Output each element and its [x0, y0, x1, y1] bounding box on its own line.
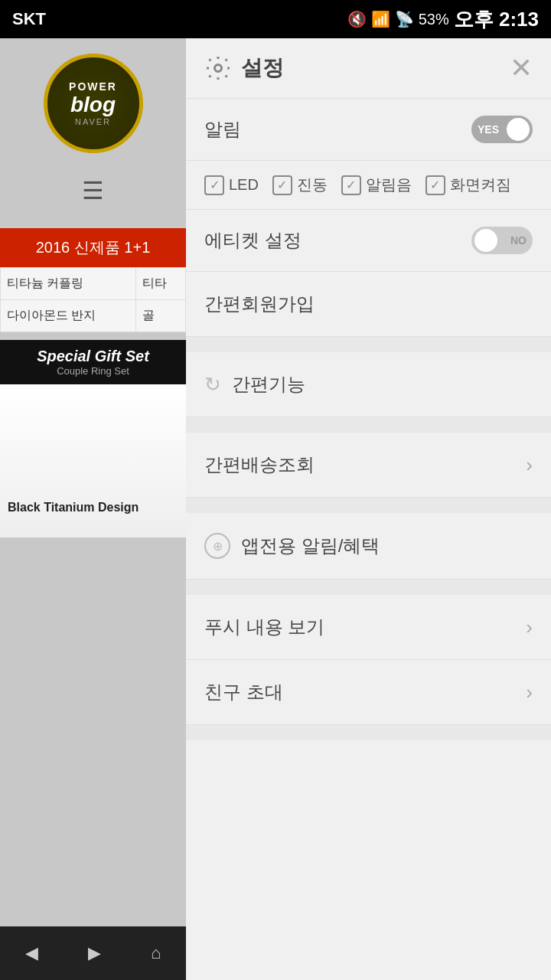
battery-label: 53%: [419, 11, 449, 28]
background-app: POWER blog NAVER ☰ 2016 신제품 1+1 티타늄 커플링 …: [0, 38, 186, 980]
table-cell: 티타: [136, 268, 186, 300]
nav-prev-btn: ◀: [25, 943, 38, 963]
special-title: Special Gift Set: [8, 348, 178, 365]
time-label: 오후 2:13: [454, 6, 539, 33]
delivery-chevron: ›: [526, 453, 533, 477]
product-label: Black Titanium Design: [8, 501, 139, 514]
logo-naver-text: NAVER: [75, 117, 111, 126]
friend-invite-row[interactable]: 친구 초대 ›: [186, 660, 551, 725]
panel-header: 설정 ✕: [186, 38, 551, 99]
push-content-row[interactable]: 푸시 내용 보기 ›: [186, 595, 551, 660]
spacer-4: [186, 580, 551, 595]
friend-invite-left: 친구 초대: [204, 680, 283, 704]
led-checkbox-item: ✓ LED: [204, 175, 259, 195]
vibration-checkbox-item: ✓ 진동: [272, 175, 328, 195]
delivery-row[interactable]: 간편배송조회 ›: [186, 433, 551, 498]
product-image: Black Titanium Design: [0, 384, 186, 537]
alarm-toggle[interactable]: YES: [471, 116, 533, 143]
checkbox-row: ✓ LED ✓ 진동 ✓ 알림음 ✓ 화면켜짐: [186, 161, 551, 210]
quick-function-row[interactable]: ↻ 간편기능: [186, 352, 551, 417]
logo-blog-text: blog: [70, 93, 116, 117]
table-row: 티타늄 커플링 티타: [1, 268, 186, 300]
quick-join-row[interactable]: 간편회원가입: [186, 272, 551, 337]
led-label: LED: [229, 176, 259, 194]
screen-label: 화면켜짐: [450, 175, 511, 195]
screen-checkbox-item: ✓ 화면켜짐: [425, 175, 511, 195]
etiquette-toggle-knob: [474, 229, 497, 252]
settings-panel: 설정 ✕ 알림 YES ✓ LED ✓ 진동 ✓ 알림음 ✓ 화면켜짐 에티켓 …: [186, 38, 551, 980]
target-icon: ⊕: [204, 533, 230, 559]
nav-next-btn: ▶: [88, 943, 101, 963]
etiquette-label: 에티켓 설정: [204, 228, 302, 253]
signal-icon: 📡: [395, 10, 414, 28]
friend-invite-label: 친구 초대: [204, 680, 283, 704]
table-cell: 다이아몬드 반지: [1, 300, 136, 332]
push-content-left: 푸시 내용 보기: [204, 615, 324, 639]
status-icons: 🔇 📶 📡 53% 오후 2:13: [347, 6, 539, 33]
refresh-icon: ↻: [204, 373, 221, 397]
alarm-row: 알림 YES: [186, 99, 551, 161]
special-banner: Special Gift Set Couple Ring Set: [0, 340, 186, 384]
push-content-label: 푸시 내용 보기: [204, 615, 324, 639]
sound-checkbox-icon[interactable]: ✓: [341, 175, 361, 195]
etiquette-toggle-label: NO: [510, 234, 527, 247]
panel-title: 설정: [241, 54, 284, 83]
logo-power-text: POWER: [69, 80, 117, 93]
table-cell: 골: [136, 300, 186, 332]
special-subtitle: Couple Ring Set: [8, 365, 178, 377]
sound-label: 알림음: [366, 175, 412, 195]
sound-checkbox-item: ✓ 알림음: [341, 175, 412, 195]
spacer-2: [186, 417, 551, 433]
alarm-toggle-knob: [507, 118, 530, 141]
delivery-left: 간편배송조회: [204, 452, 315, 477]
product-table: 티타늄 커플링 티타 다이아몬드 반지 골: [0, 267, 186, 332]
spacer-1: [186, 337, 551, 352]
spacer-5: [186, 725, 551, 740]
nav-home-btn: ⌂: [151, 943, 161, 963]
led-checkbox-icon[interactable]: ✓: [204, 175, 224, 195]
friend-invite-chevron: ›: [526, 681, 533, 704]
screen-checkbox-icon[interactable]: ✓: [425, 175, 445, 195]
vibration-checkbox-icon[interactable]: ✓: [272, 175, 292, 195]
bottom-nav-bar: ◀ ▶ ⌂: [0, 926, 186, 980]
settings-gear-icon: [204, 54, 232, 82]
etiquette-row: 에티켓 설정 NO: [186, 210, 551, 272]
svg-point-0: [215, 65, 222, 72]
alarm-toggle-label: YES: [478, 123, 499, 136]
delivery-label: 간편배송조회: [204, 452, 315, 477]
etiquette-toggle[interactable]: NO: [471, 227, 533, 254]
panel-header-left: 설정: [204, 54, 284, 83]
app-alert-label: 앱전용 알림/혜택: [241, 534, 380, 558]
mute-icon: 🔇: [347, 10, 367, 28]
red-banner: 2016 신제품 1+1: [0, 228, 186, 267]
quick-function-label: 간편기능: [232, 372, 305, 397]
quick-join-label: 간편회원가입: [204, 293, 315, 314]
blog-logo: POWER blog NAVER: [40, 54, 147, 161]
table-cell: 티타늄 커플링: [1, 268, 136, 300]
table-row: 다이아몬드 반지 골: [1, 300, 186, 332]
push-content-chevron: ›: [526, 616, 533, 639]
app-alert-row[interactable]: ⊕ 앱전용 알림/혜택: [186, 513, 551, 580]
app-alert-left: ⊕ 앱전용 알림/혜택: [204, 533, 380, 559]
quick-function-left: ↻ 간편기능: [204, 372, 305, 397]
vibration-label: 진동: [297, 175, 328, 195]
hamburger-menu: ☰: [0, 176, 186, 205]
wifi-icon: 📶: [371, 10, 390, 28]
spacer-3: [186, 498, 551, 513]
status-bar: SKT 🔇 📶 📡 53% 오후 2:13: [0, 0, 551, 38]
close-button[interactable]: ✕: [510, 54, 533, 82]
alarm-label: 알림: [204, 117, 241, 142]
carrier-label: SKT: [12, 9, 46, 29]
